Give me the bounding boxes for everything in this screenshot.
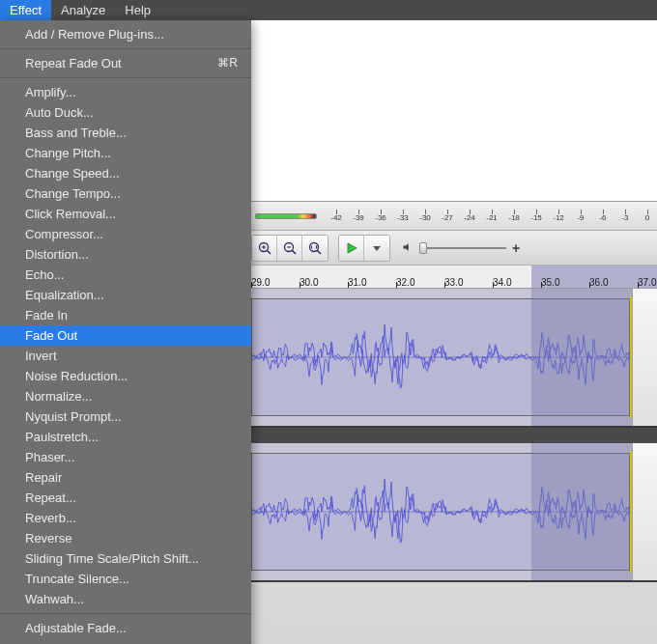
meter-tick-label: -36	[375, 214, 386, 222]
menu-item-clip-fix[interactable]: Clip Fix...	[0, 638, 251, 644]
svg-marker-9	[348, 243, 357, 253]
meter-tick-label: -24	[464, 214, 475, 222]
play-button[interactable]	[339, 236, 364, 261]
menu-help[interactable]: Help	[115, 0, 160, 20]
menu-item-sliding-time-scale-pitch-shift[interactable]: Sliding Time Scale/Pitch Shift...	[0, 548, 251, 569]
menu-item-noise-reduction[interactable]: Noise Reduction...	[0, 366, 251, 386]
timeline-tick: 37.0	[638, 277, 657, 288]
meter-tick-label: -30	[419, 214, 431, 222]
timeline-tick: 30.0	[300, 277, 348, 288]
zoom-in-icon	[257, 240, 272, 256]
meter-tick-label: -21	[486, 214, 498, 222]
svg-point-7	[310, 242, 319, 251]
timeline-tick: 33.0	[444, 277, 493, 288]
menu-item-adjustable-fade[interactable]: Adjustable Fade...	[0, 618, 251, 638]
chevron-down-icon	[369, 240, 385, 256]
menu-item-equalization[interactable]: Equalization...	[0, 285, 251, 305]
menu-item-distortion[interactable]: Distortion...	[0, 244, 251, 265]
menu-separator	[0, 77, 251, 78]
menu-item-reverb[interactable]: Reverb...	[0, 508, 251, 528]
meter-tick-label: -9	[577, 214, 584, 222]
vertical-scrollbar[interactable]	[632, 289, 657, 426]
meter-tick-label: -39	[353, 214, 364, 222]
meter-tick-label: -33	[397, 214, 409, 222]
timeline-tick: 32.0	[396, 277, 444, 288]
level-meter-scale: -42-39-36-33-30-27-24-21-18-15-12-9-6-30	[327, 210, 657, 222]
menu-separator	[0, 48, 251, 49]
menu-item-phaser[interactable]: Phaser...	[0, 447, 251, 467]
menu-item-repeat-fade-out[interactable]: Repeat Fade Out⌘R	[0, 53, 251, 73]
menu-item-wahwah[interactable]: Wahwah...	[0, 589, 251, 609]
slider-thumb[interactable]	[419, 242, 427, 254]
menu-item-auto-duck[interactable]: Auto Duck...	[0, 102, 251, 123]
play-icon	[344, 240, 359, 256]
menu-item-change-tempo[interactable]: Change Tempo...	[0, 183, 251, 204]
menu-item-amplify[interactable]: Amplify...	[0, 82, 251, 102]
plus-icon: +	[512, 240, 520, 256]
selection-region[interactable]	[531, 289, 632, 426]
svg-marker-10	[373, 246, 381, 251]
menu-item-nyquist-prompt[interactable]: Nyquist Prompt...	[0, 406, 251, 427]
menu-item-bass-and-treble[interactable]: Bass and Treble...	[0, 123, 251, 143]
zoom-tool-group	[251, 235, 328, 262]
meter-tick-label: -27	[442, 214, 453, 222]
timeline-tick: 31.0	[348, 277, 396, 288]
effect-dropdown: Add / Remove Plug-ins...Repeat Fade Out⌘…	[0, 20, 251, 644]
zoom-in-button[interactable]	[252, 236, 277, 261]
meter-tick-label: -18	[508, 214, 520, 222]
menu-item-compressor[interactable]: Compressor...	[0, 224, 251, 244]
svg-marker-11	[404, 243, 409, 251]
zoom-out-icon	[282, 240, 298, 256]
meter-tick-label: -6	[599, 214, 606, 222]
timeline-tick: 29.0	[251, 277, 300, 288]
meter-tick-label: 0	[645, 214, 649, 222]
menu-item-add-remove-plug-ins[interactable]: Add / Remove Plug-ins...	[0, 24, 251, 44]
zoom-out-button[interactable]	[277, 236, 302, 261]
fit-project-button[interactable]	[302, 236, 328, 261]
svg-line-1	[267, 250, 271, 254]
meter-tick-label: -3	[621, 214, 628, 222]
menu-item-repair[interactable]: Repair	[0, 467, 251, 488]
meter-tick-label: -15	[530, 214, 542, 222]
meter-tick-label: -42	[330, 214, 342, 222]
menu-item-reverse[interactable]: Reverse	[0, 528, 251, 548]
menubar: Effect Analyze Help	[0, 0, 657, 20]
svg-line-8	[317, 250, 321, 254]
menu-item-change-pitch[interactable]: Change Pitch...	[0, 143, 251, 163]
menu-separator	[0, 613, 251, 614]
menu-item-fade-out[interactable]: Fade Out	[0, 325, 251, 346]
svg-line-5	[292, 250, 296, 254]
menu-item-click-removal[interactable]: Click Removal...	[0, 204, 251, 224]
fit-project-icon	[307, 240, 323, 256]
menu-analyze[interactable]: Analyze	[51, 0, 115, 20]
menu-item-repeat[interactable]: Repeat...	[0, 488, 251, 508]
transport-group	[338, 235, 390, 262]
menu-item-fade-in[interactable]: Fade In	[0, 305, 251, 325]
timeline-tick: 34.0	[493, 277, 541, 288]
menu-item-echo[interactable]: Echo...	[0, 265, 251, 285]
level-meter-bar	[255, 213, 317, 219]
menu-item-truncate-silence[interactable]: Truncate Silence...	[0, 569, 251, 589]
slider-track[interactable]	[419, 247, 506, 249]
menu-item-change-speed[interactable]: Change Speed...	[0, 163, 251, 183]
vertical-scrollbar[interactable]	[632, 443, 657, 580]
menu-effect[interactable]: Effect	[0, 0, 51, 20]
menu-item-paulstretch[interactable]: Paulstretch...	[0, 427, 251, 447]
timeline-tick: 35.0	[541, 277, 589, 288]
meter-tick-label: -12	[553, 214, 564, 222]
menu-shortcut: ⌘R	[217, 55, 238, 71]
selection-region[interactable]	[531, 443, 632, 580]
playback-speed-slider[interactable]: +	[402, 239, 657, 257]
speaker-icon	[402, 239, 414, 257]
timeline-tick: 36.0	[589, 277, 638, 288]
menu-item-normalize[interactable]: Normalize...	[0, 386, 251, 406]
menu-item-invert[interactable]: Invert	[0, 346, 251, 366]
play-options-button[interactable]	[364, 236, 389, 261]
